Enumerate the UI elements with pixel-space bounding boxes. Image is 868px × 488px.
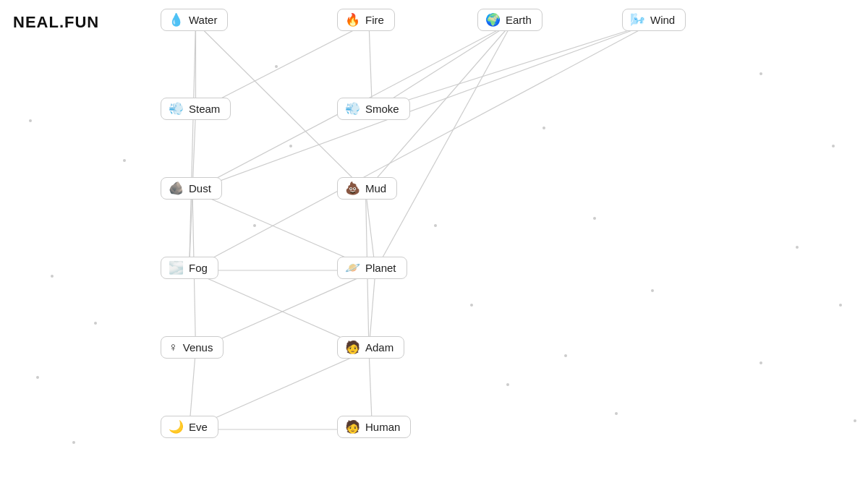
- earth-label: Earth: [506, 14, 532, 26]
- element-card-dust[interactable]: 🪨Dust: [161, 177, 222, 200]
- decoration-dot: [289, 145, 292, 147]
- element-card-mud[interactable]: 💩Mud: [337, 177, 397, 200]
- decoration-dot: [434, 224, 437, 227]
- decoration-dot: [542, 127, 545, 129]
- element-card-water[interactable]: 💧Water: [161, 9, 228, 31]
- decoration-dot: [839, 304, 842, 307]
- decoration-dot: [651, 289, 654, 292]
- fire-icon: 🔥: [345, 14, 360, 26]
- water-icon: 💧: [169, 14, 184, 26]
- adam-label: Adam: [365, 341, 393, 354]
- smoke-icon: 💨: [345, 103, 360, 115]
- decoration-dot: [36, 376, 39, 379]
- adam-icon: 🧑: [345, 341, 360, 354]
- wind-icon: 🌬️: [630, 14, 645, 26]
- dust-label: Dust: [189, 182, 211, 194]
- svg-line-6: [192, 22, 654, 191]
- decoration-dot: [564, 354, 567, 357]
- decoration-dot: [253, 224, 256, 227]
- element-card-planet[interactable]: 🪐Planet: [337, 257, 407, 279]
- decoration-dot: [760, 72, 762, 75]
- svg-line-15: [375, 22, 513, 270]
- decoration-dot: [51, 275, 54, 278]
- venus-label: Venus: [183, 341, 213, 354]
- decoration-dot: [275, 65, 278, 68]
- mud-label: Mud: [365, 182, 386, 194]
- element-card-earth[interactable]: 🌍Earth: [477, 9, 542, 31]
- fog-label: Fog: [189, 262, 208, 274]
- human-icon: 🧑: [345, 421, 360, 433]
- fog-icon: 🌫️: [169, 262, 184, 274]
- steam-label: Steam: [189, 103, 220, 115]
- steam-icon: 💨: [169, 103, 184, 115]
- planet-icon: 🪐: [345, 262, 360, 274]
- decoration-dot: [72, 441, 75, 444]
- decoration-dot: [94, 322, 97, 325]
- element-card-fire[interactable]: 🔥Fire: [337, 9, 395, 31]
- svg-line-10: [190, 22, 196, 270]
- element-card-wind[interactable]: 🌬️Wind: [622, 9, 686, 31]
- wind-label: Wind: [650, 14, 675, 26]
- element-card-human[interactable]: 🧑Human: [337, 416, 411, 438]
- venus-icon: ♀: [169, 341, 178, 354]
- element-card-smoke[interactable]: 💨Smoke: [337, 98, 410, 120]
- water-label: Water: [189, 14, 217, 26]
- eve-icon: 🌙: [169, 421, 184, 433]
- decoration-dot: [506, 383, 509, 386]
- element-card-venus[interactable]: ♀Venus: [161, 336, 224, 359]
- earth-icon: 🌍: [485, 14, 501, 26]
- decoration-dot: [832, 145, 835, 147]
- planet-label: Planet: [365, 262, 396, 274]
- decoration-dot: [123, 159, 126, 162]
- decoration-dot: [615, 412, 618, 415]
- decoration-dot: [29, 119, 32, 122]
- eve-label: Eve: [189, 421, 208, 433]
- element-card-steam[interactable]: 💨Steam: [161, 98, 231, 120]
- svg-line-11: [190, 22, 655, 270]
- human-label: Human: [365, 421, 400, 433]
- svg-line-4: [373, 22, 655, 111]
- logo: NEAL.FUN: [13, 13, 99, 32]
- element-card-fog[interactable]: 🌫️Fog: [161, 257, 218, 279]
- decoration-dot: [470, 304, 473, 307]
- smoke-label: Smoke: [365, 103, 399, 115]
- decoration-dot: [854, 419, 856, 422]
- mud-icon: 💩: [345, 182, 360, 194]
- fire-label: Fire: [365, 14, 384, 26]
- dust-icon: 🪨: [169, 182, 184, 194]
- decoration-dot: [760, 361, 762, 364]
- decoration-dot: [593, 217, 596, 220]
- element-card-eve[interactable]: 🌙Eve: [161, 416, 218, 438]
- element-card-adam[interactable]: 🧑Adam: [337, 336, 404, 359]
- decoration-dot: [796, 246, 799, 249]
